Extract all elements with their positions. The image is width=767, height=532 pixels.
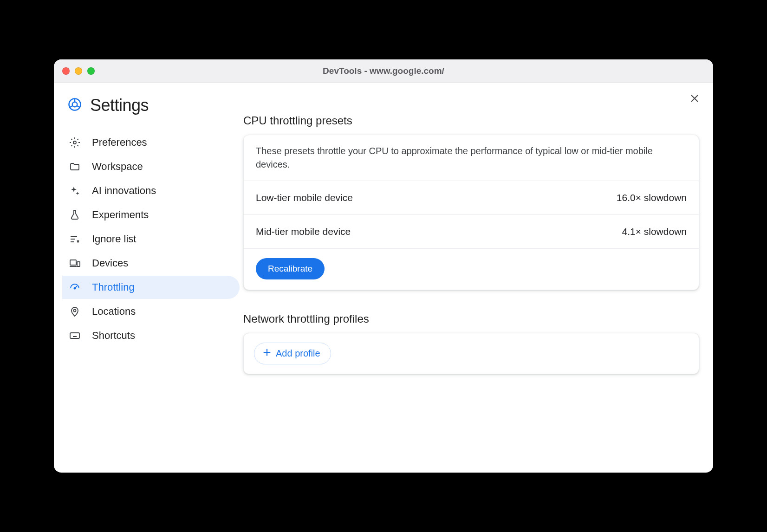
- cpu-throttling-card: These presets throttle your CPU to appro…: [243, 135, 699, 290]
- content-area: Settings Preferences Workspace: [54, 83, 713, 473]
- svg-point-2: [73, 141, 76, 144]
- traffic-lights: [62, 67, 95, 75]
- sidebar-item-throttling[interactable]: Throttling: [62, 276, 240, 299]
- add-profile-label: Add profile: [276, 348, 320, 359]
- sidebar-item-ai-innovations[interactable]: AI innovations: [62, 179, 240, 202]
- cpu-throttling-section-title: CPU throttling presets: [243, 114, 699, 127]
- settings-title: Settings: [90, 96, 149, 115]
- preset-row-mid-tier: Mid-tier mobile device 4.1× slowdown: [244, 215, 699, 249]
- chrome-logo-icon: [68, 97, 82, 113]
- preset-row-low-tier: Low-tier mobile device 16.0× slowdown: [244, 181, 699, 215]
- sidebar-item-label: Throttling: [92, 281, 135, 293]
- keyboard-icon: [69, 330, 81, 342]
- sidebar-item-label: AI innovations: [92, 185, 156, 197]
- main-panel: CPU throttling presets These presets thr…: [240, 83, 713, 473]
- speedometer-icon: [69, 281, 81, 293]
- sidebar-item-ignore-list[interactable]: Ignore list: [62, 227, 240, 251]
- window-minimize-button[interactable]: [75, 67, 82, 75]
- svg-rect-3: [70, 260, 76, 265]
- close-settings-button[interactable]: [689, 93, 700, 106]
- sidebar-item-locations[interactable]: Locations: [62, 300, 240, 323]
- preset-value: 16.0× slowdown: [617, 192, 687, 203]
- sidebar-header: Settings: [62, 96, 240, 115]
- svg-point-1: [72, 102, 78, 107]
- location-pin-icon: [69, 305, 81, 318]
- sidebar-item-label: Ignore list: [92, 233, 136, 245]
- plus-icon: [262, 347, 272, 360]
- svg-point-6: [74, 310, 76, 312]
- gear-icon: [69, 136, 81, 149]
- filter-remove-icon: [69, 233, 81, 245]
- preset-name: Mid-tier mobile device: [256, 226, 351, 237]
- sidebar-item-workspace[interactable]: Workspace: [62, 155, 240, 178]
- window-title: DevTools - www.google.com/: [54, 66, 713, 76]
- preset-value: 4.1× slowdown: [622, 226, 687, 237]
- svg-rect-7: [70, 333, 79, 338]
- devices-icon: [69, 257, 81, 269]
- close-icon: [689, 93, 700, 104]
- devtools-window: DevTools - www.google.com/ Settings Pref…: [54, 59, 713, 473]
- sidebar-item-label: Devices: [92, 257, 128, 269]
- sidebar-item-label: Locations: [92, 305, 136, 318]
- preset-name: Low-tier mobile device: [256, 192, 353, 203]
- svg-point-5: [74, 288, 76, 289]
- cpu-card-actions: Recalibrate: [244, 249, 699, 290]
- sidebar-item-label: Experiments: [92, 209, 149, 221]
- sidebar-item-label: Shortcuts: [92, 330, 135, 342]
- svg-rect-4: [77, 262, 80, 266]
- cpu-throttling-description: These presets throttle your CPU to appro…: [244, 135, 699, 181]
- flask-icon: [69, 209, 81, 221]
- sidebar-item-shortcuts[interactable]: Shortcuts: [62, 324, 240, 347]
- network-throttling-card: Add profile: [243, 333, 699, 374]
- network-throttling-section-title: Network throttling profiles: [243, 312, 699, 325]
- sidebar-item-preferences[interactable]: Preferences: [62, 131, 240, 154]
- window-maximize-button[interactable]: [87, 67, 95, 75]
- sparkle-icon: [69, 185, 81, 197]
- settings-nav: Preferences Workspace AI innovations: [62, 131, 240, 347]
- window-titlebar: DevTools - www.google.com/: [54, 59, 713, 83]
- sidebar-item-label: Preferences: [92, 136, 147, 149]
- sidebar-item-devices[interactable]: Devices: [62, 252, 240, 275]
- sidebar-item-experiments[interactable]: Experiments: [62, 203, 240, 227]
- sidebar: Settings Preferences Workspace: [54, 83, 240, 473]
- folder-icon: [69, 161, 81, 173]
- recalibrate-button[interactable]: Recalibrate: [256, 258, 325, 279]
- add-profile-button[interactable]: Add profile: [254, 343, 331, 364]
- window-close-button[interactable]: [62, 67, 70, 75]
- sidebar-item-label: Workspace: [92, 161, 143, 173]
